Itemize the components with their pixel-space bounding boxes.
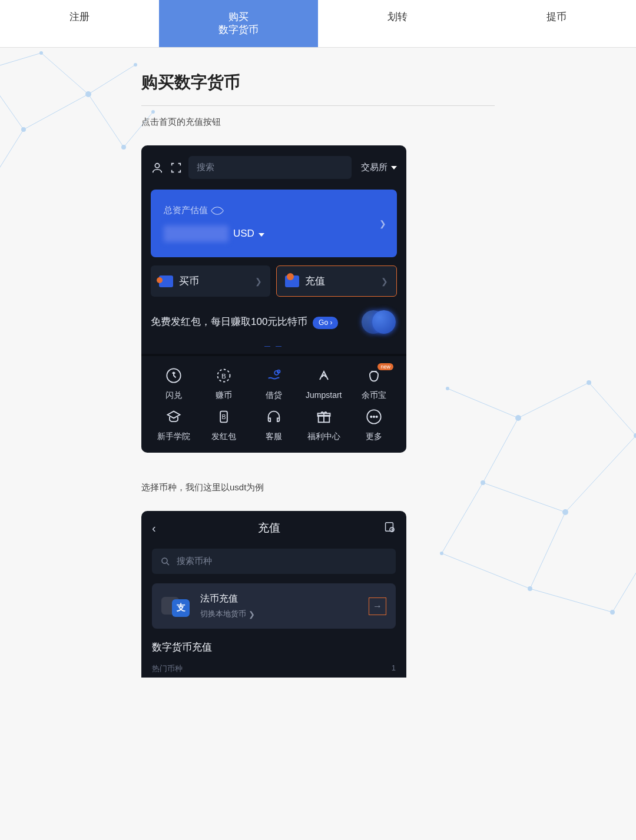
svg-line-24 [530,589,612,612]
carousel-indicator: — — [151,343,397,349]
chevron-right-icon: ❯ [381,277,388,286]
svg-point-28 [515,415,521,421]
gift-icon [315,408,333,426]
banner-text: 免费发红包，每日赚取100元比特币 Go › [151,315,353,330]
svg-point-49 [373,416,374,417]
profile-icon[interactable] [151,161,164,174]
crypto-deposit-title: 数字货币充值 [141,640,406,654]
svg-text:B: B [221,372,226,380]
grid-swap[interactable]: 闪兑 [151,367,197,401]
svg-line-18 [589,383,636,436]
tab-buy-crypto[interactable]: 购买 数字货币 [159,0,318,47]
currency-selector[interactable]: USD [233,228,264,240]
grid-jumpstart[interactable]: Jumpstart [300,367,347,401]
svg-line-23 [530,512,565,589]
back-icon[interactable]: ‹ [152,522,156,535]
eye-icon[interactable] [211,204,224,217]
payment-icons: 支 [161,595,192,618]
support-icon [265,408,283,426]
svg-point-37 [155,163,159,167]
svg-point-9 [39,51,43,55]
grid-savings[interactable]: new 余币宝 [350,367,397,401]
svg-point-29 [587,380,591,385]
new-badge: new [377,363,393,370]
svg-line-5 [0,130,24,177]
fiat-deposit-card[interactable]: 支 法币充值 切换本地货币 ❯ → [152,583,396,629]
loan-icon [265,367,283,384]
svg-point-35 [610,610,615,615]
scan-icon[interactable] [170,161,183,174]
chevron-right-icon: ❯ [255,277,262,286]
exchange-dropdown[interactable]: 交易所 [361,162,397,173]
svg-line-3 [0,71,24,130]
svg-point-50 [376,416,377,417]
page-title: 购买数字货币 [141,71,495,106]
svg-line-20 [483,483,565,512]
deposit-button[interactable]: 充值 ❯ [276,265,397,297]
svg-line-26 [612,553,636,612]
search-coin-input[interactable]: 搜索币种 [152,549,396,574]
arrow-right-icon[interactable]: → [369,597,386,615]
app-mockup-home: 搜索 交易所 总资产估值 USD ❯ 买币 ❯ [141,145,406,453]
instruction-text-1: 点击首页的充值按钮 [141,117,495,128]
history-icon[interactable] [383,520,396,536]
svg-line-21 [565,436,636,512]
svg-line-17 [518,383,589,418]
jumpstart-icon [315,367,333,384]
grid-more[interactable]: 更多 [350,408,397,442]
svg-point-12 [21,127,26,132]
feature-grid: 闪兑 B 赚币 借贷 Jumpstart new 余币宝 新手学院 [151,367,397,442]
assets-label: 总资产估值 [164,205,384,216]
promo-banner[interactable]: 免费发红包，每日赚取100元比特币 Go › [151,307,397,337]
tab-bar: 注册 购买 数字货币 划转 提币 [0,0,636,48]
svg-point-34 [528,586,532,591]
more-icon [365,408,383,426]
academy-icon [165,408,183,426]
svg-line-0 [0,53,41,71]
fiat-title: 法币充值 [200,593,360,605]
tab-withdraw[interactable]: 提币 [477,0,636,47]
svg-point-48 [370,416,372,417]
grid-redpacket[interactable]: B 发红包 [201,408,247,442]
tab-register[interactable]: 注册 [0,0,159,47]
grid-academy[interactable]: 新手学院 [151,408,197,442]
grid-support[interactable]: 客服 [251,408,297,442]
svg-point-14 [121,145,126,150]
svg-point-10 [85,91,91,97]
go-button[interactable]: Go › [313,317,338,329]
coin-graphic [362,307,397,337]
earn-icon: B [215,367,233,384]
chevron-right-icon: ❯ [379,219,386,228]
tab-transfer[interactable]: 划转 [318,0,477,47]
svg-point-11 [134,63,137,67]
hot-coins-header: 热门币种 1 [141,663,406,678]
grid-rewards[interactable]: 福利中心 [300,408,347,442]
swap-icon [165,367,183,384]
svg-point-32 [562,509,568,515]
deposit-icon [285,275,299,287]
svg-point-30 [634,433,636,438]
buy-icon [159,275,173,287]
svg-text:B: B [222,413,226,420]
assets-amount-blurred [164,225,228,242]
grid-loan[interactable]: 借贷 [251,367,297,401]
total-assets-card[interactable]: 总资产估值 USD ❯ [151,190,397,257]
search-input[interactable]: 搜索 [188,156,352,179]
buy-coin-button[interactable]: 买币 ❯ [151,265,270,297]
fiat-subtitle[interactable]: 切换本地货币 ❯ [200,609,360,619]
svg-point-53 [162,558,167,563]
svg-line-6 [88,94,124,147]
grid-earn[interactable]: B 赚币 [201,367,247,401]
instruction-text-2: 选择币种，我们这里以usdt为例 [141,482,495,493]
svg-line-1 [41,53,88,94]
app-mockup-deposit: ‹ 充值 搜索币种 支 法币充值 切换本地货币 ❯ → 数字货币充值 [141,511,406,678]
svg-line-4 [24,94,88,130]
svg-line-2 [88,65,135,94]
screen-title: 充值 [258,520,280,536]
redpacket-icon: B [215,408,233,426]
